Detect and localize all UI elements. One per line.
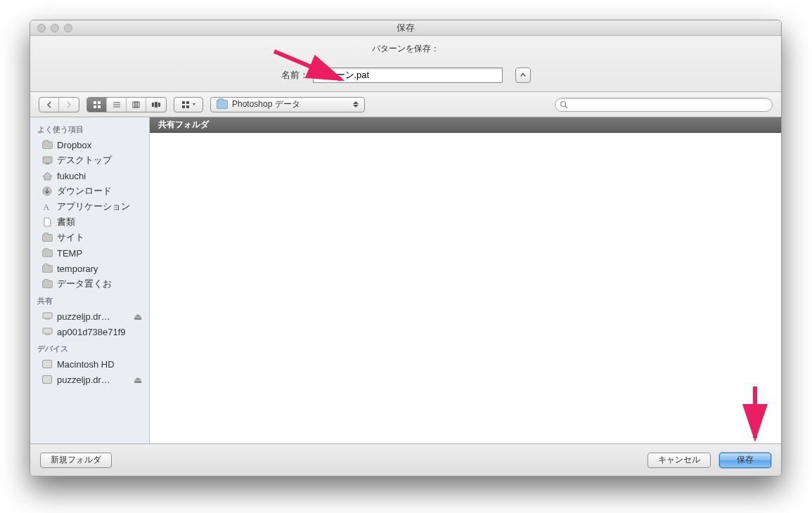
download-icon	[41, 186, 53, 196]
coverflow-view-button[interactable]	[146, 98, 166, 112]
sidebar-item-label: アプリケーション	[57, 200, 130, 213]
svg-rect-0	[94, 101, 96, 104]
eject-icon[interactable]: ⏏	[134, 311, 142, 322]
filename-input[interactable]	[313, 67, 503, 83]
chevron-left-icon	[46, 101, 52, 108]
cancel-button[interactable]: キャンセル	[647, 453, 711, 468]
sidebar: よく使う項目DropboxデスクトップfukuchiダウンロードAアプリケーショ…	[30, 117, 150, 443]
grid-icon	[181, 100, 190, 109]
sidebar-item[interactable]: デスクトップ	[30, 152, 149, 168]
icon-view-button[interactable]	[87, 98, 107, 112]
svg-rect-24	[45, 318, 50, 320]
apps-icon: A	[41, 202, 53, 212]
disk-icon	[41, 375, 53, 384]
sidebar-item-label: デスクトップ	[57, 154, 112, 167]
svg-rect-2	[94, 105, 96, 108]
svg-rect-10	[152, 103, 154, 107]
columns-icon	[132, 101, 141, 108]
folder-icon	[41, 264, 53, 273]
sidebar-item-label: TEMP	[57, 248, 82, 259]
sidebar-item[interactable]: TEMP	[30, 245, 149, 261]
view-mode-group	[86, 97, 167, 112]
document-icon	[41, 217, 53, 227]
sidebar-item-label: Dropbox	[57, 140, 91, 150]
computer-icon	[41, 311, 53, 321]
folder-icon	[217, 100, 228, 109]
toolbar: Photoshop データ	[30, 92, 781, 117]
svg-line-18	[565, 106, 567, 108]
search-icon	[560, 100, 568, 109]
column-header: 共有フォルダ	[150, 117, 781, 133]
sidebar-section-header: 共有	[30, 292, 149, 309]
grid-icon	[93, 100, 101, 109]
svg-text:A: A	[43, 202, 50, 212]
path-popup[interactable]: Photoshop データ	[210, 97, 365, 112]
folder-icon	[41, 140, 53, 150]
sidebar-item-label: puzzeljp.dr…	[57, 375, 110, 385]
arrange-button[interactable]	[174, 98, 202, 112]
save-dialog: 保存 パターンを保存： 名前：	[30, 20, 782, 476]
list-view-button[interactable]	[107, 98, 127, 112]
search-field[interactable]	[555, 98, 773, 112]
sidebar-item[interactable]: ap001d738e71f9	[30, 324, 149, 339]
path-label: Photoshop データ	[232, 98, 300, 110]
sidebar-item[interactable]: temporary	[30, 261, 149, 276]
sidebar-item[interactable]: Aアプリケーション	[30, 199, 149, 214]
svg-rect-1	[98, 101, 101, 104]
prompt-message: パターンを保存：	[30, 43, 781, 55]
updown-icon	[353, 101, 359, 108]
footer: 新規フォルダ キャンセル 保存	[30, 443, 781, 476]
sidebar-item-label: puzzeljp.dr…	[57, 311, 110, 322]
svg-rect-20	[46, 163, 49, 164]
svg-rect-12	[158, 103, 160, 107]
chevron-right-icon	[66, 101, 72, 108]
svg-rect-14	[186, 101, 189, 104]
search-input[interactable]	[572, 100, 768, 110]
sidebar-item[interactable]: 書類	[30, 214, 149, 230]
file-list[interactable]	[150, 133, 781, 443]
sidebar-item-label: fukuchi	[57, 171, 86, 181]
sidebar-item-label: Macintosh HD	[57, 359, 115, 370]
sidebar-section-header: よく使う項目	[30, 120, 149, 137]
prompt-area: パターンを保存： 名前：	[30, 36, 781, 92]
save-button[interactable]: 保存	[719, 453, 771, 468]
home-icon	[41, 171, 53, 181]
chevron-down-icon	[192, 103, 196, 107]
svg-rect-9	[137, 102, 139, 108]
back-button[interactable]	[39, 98, 59, 112]
sidebar-item-label: データ置くお	[57, 278, 112, 290]
svg-rect-23	[43, 313, 52, 318]
titlebar: 保存	[30, 20, 781, 36]
arrange-group	[174, 97, 203, 112]
expand-collapse-button[interactable]	[515, 67, 531, 83]
column-view-button[interactable]	[127, 98, 146, 112]
svg-rect-25	[43, 328, 52, 334]
nav-buttons	[39, 97, 79, 112]
sidebar-item[interactable]: Macintosh HD	[30, 356, 149, 372]
forward-button[interactable]	[59, 98, 79, 112]
sidebar-item[interactable]: Dropbox	[30, 137, 149, 152]
sidebar-item-label: ap001d738e71f9	[57, 327, 126, 337]
eject-icon[interactable]: ⏏	[134, 375, 142, 385]
sidebar-item[interactable]: puzzeljp.dr…⏏	[30, 372, 149, 387]
sidebar-item[interactable]: サイト	[30, 230, 149, 245]
new-folder-button[interactable]: 新規フォルダ	[40, 453, 112, 468]
desktop-icon	[41, 155, 53, 165]
window-title: 保存	[30, 22, 781, 34]
folder-icon	[41, 248, 53, 258]
folder-icon	[41, 279, 53, 289]
folder-icon	[41, 233, 53, 242]
coverflow-icon	[151, 101, 161, 108]
computer-icon	[41, 327, 53, 337]
sidebar-section-header: デバイス	[30, 339, 149, 356]
svg-rect-26	[45, 334, 50, 335]
sidebar-item[interactable]: ダウンロード	[30, 183, 149, 199]
filename-label: 名前：	[281, 69, 309, 82]
sidebar-item[interactable]: puzzeljp.dr…⏏	[30, 309, 149, 324]
svg-rect-13	[182, 101, 185, 104]
sidebar-item[interactable]: データ置くお	[30, 276, 149, 292]
sidebar-item-label: 書類	[57, 216, 75, 228]
svg-rect-11	[155, 102, 157, 108]
svg-rect-19	[43, 157, 52, 163]
sidebar-item[interactable]: fukuchi	[30, 168, 149, 183]
